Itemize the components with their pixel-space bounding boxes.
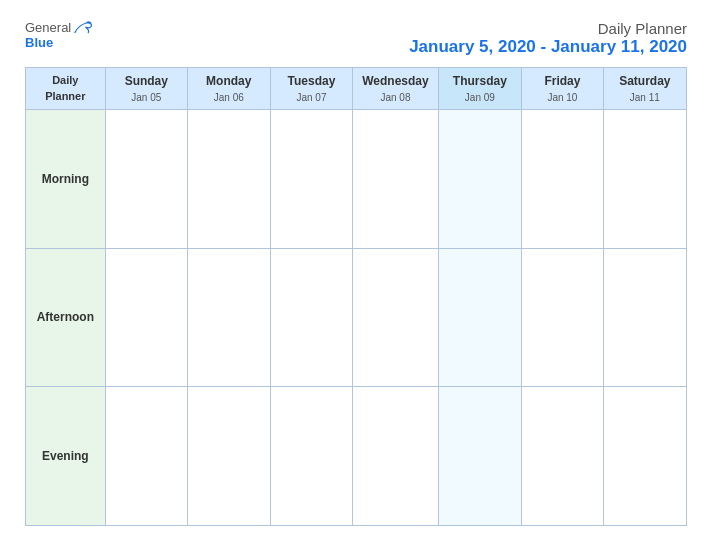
cell-morning-friday[interactable] bbox=[522, 110, 603, 249]
header-date-range: January 5, 2020 - January 11, 2020 bbox=[409, 37, 687, 57]
cell-evening-friday[interactable] bbox=[522, 387, 603, 526]
cell-morning-tuesday[interactable] bbox=[270, 110, 353, 249]
day-header-friday: Friday Jan 10 bbox=[522, 68, 603, 110]
row-evening: Evening bbox=[26, 387, 687, 526]
day-header-tuesday: Tuesday Jan 07 bbox=[270, 68, 353, 110]
cell-morning-wednesday[interactable] bbox=[353, 110, 438, 249]
cell-afternoon-saturday[interactable] bbox=[603, 248, 686, 387]
col-label-header: Daily Planner bbox=[26, 68, 106, 110]
cell-afternoon-sunday[interactable] bbox=[105, 248, 187, 387]
cell-evening-sunday[interactable] bbox=[105, 387, 187, 526]
logo: General Blue bbox=[25, 20, 93, 50]
cell-morning-monday[interactable] bbox=[187, 110, 270, 249]
cell-afternoon-wednesday[interactable] bbox=[353, 248, 438, 387]
page: General Blue Daily Planner January 5, 20… bbox=[11, 10, 701, 540]
cell-evening-monday[interactable] bbox=[187, 387, 270, 526]
row-label-afternoon: Afternoon bbox=[26, 248, 106, 387]
day-header-saturday: Saturday Jan 11 bbox=[603, 68, 686, 110]
cell-afternoon-monday[interactable] bbox=[187, 248, 270, 387]
cell-morning-sunday[interactable] bbox=[105, 110, 187, 249]
day-header-monday: Monday Jan 06 bbox=[187, 68, 270, 110]
cell-afternoon-tuesday[interactable] bbox=[270, 248, 353, 387]
cell-afternoon-friday[interactable] bbox=[522, 248, 603, 387]
cell-evening-tuesday[interactable] bbox=[270, 387, 353, 526]
calendar-table: Daily Planner Sunday Jan 05 Monday Jan 0… bbox=[25, 67, 687, 526]
cell-evening-thursday[interactable] bbox=[438, 387, 522, 526]
day-header-wednesday: Wednesday Jan 08 bbox=[353, 68, 438, 110]
cell-morning-saturday[interactable] bbox=[603, 110, 686, 249]
row-morning: Morning bbox=[26, 110, 687, 249]
header-row: Daily Planner Sunday Jan 05 Monday Jan 0… bbox=[26, 68, 687, 110]
logo-general: General bbox=[25, 20, 71, 35]
cell-evening-wednesday[interactable] bbox=[353, 387, 438, 526]
row-label-evening: Evening bbox=[26, 387, 106, 526]
cell-morning-thursday[interactable] bbox=[438, 110, 522, 249]
day-header-thursday: Thursday Jan 09 bbox=[438, 68, 522, 110]
row-label-morning: Morning bbox=[26, 110, 106, 249]
day-header-sunday: Sunday Jan 05 bbox=[105, 68, 187, 110]
logo-blue: Blue bbox=[25, 35, 53, 50]
logo-bird-icon bbox=[73, 21, 93, 35]
cell-afternoon-thursday[interactable] bbox=[438, 248, 522, 387]
cell-evening-saturday[interactable] bbox=[603, 387, 686, 526]
top-bar: General Blue Daily Planner January 5, 20… bbox=[25, 20, 687, 57]
row-afternoon: Afternoon bbox=[26, 248, 687, 387]
header-title: Daily Planner bbox=[409, 20, 687, 37]
header-right: Daily Planner January 5, 2020 - January … bbox=[409, 20, 687, 57]
